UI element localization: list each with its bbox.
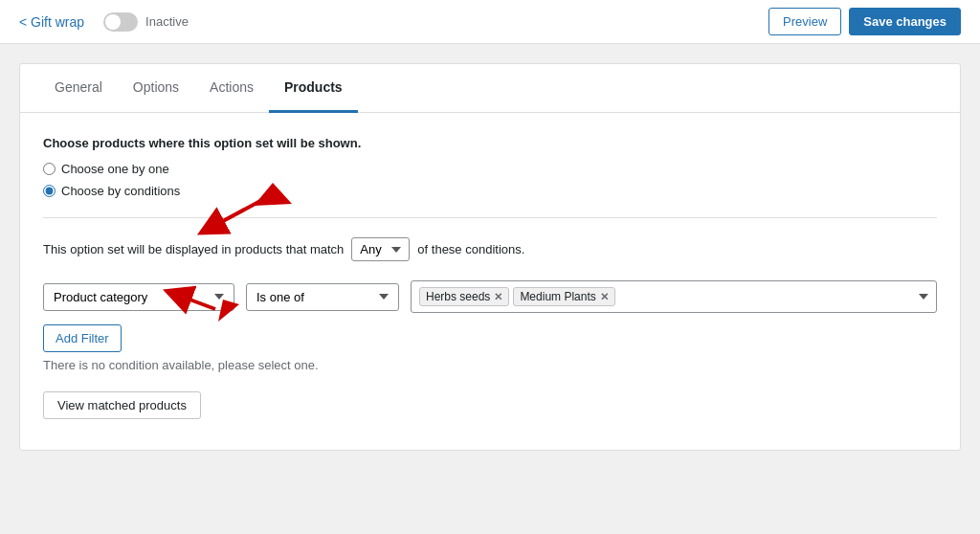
top-bar: < Gift wrap Inactive Preview Save change… [0,0,980,44]
section-title: Choose products where this option set wi… [43,136,937,150]
conditions-prefix: This option set will be displayed in pro… [43,242,344,256]
view-matched-products-button[interactable]: View matched products [43,391,201,419]
tag-close-medium[interactable]: ✕ [600,291,609,303]
main-content: General Options Actions Products Choose … [0,44,980,470]
radio-group-choice: Choose one by one Choose by conditions [43,162,937,198]
product-category-select[interactable]: Product category [43,283,234,311]
tag-label: Herbs seeds [426,290,490,303]
tag-medium-plants: Medium Plants ✕ [513,287,614,306]
tab-products[interactable]: Products [269,64,358,113]
conditions-suffix: of these conditions. [417,242,524,256]
tag-herbs-seeds: Herbs seeds ✕ [419,287,509,306]
tab-options[interactable]: Options [118,64,194,113]
status-toggle-wrap: Inactive [103,12,189,32]
save-changes-button[interactable]: Save changes [849,8,961,35]
tags-input[interactable]: Herbs seeds ✕ Medium Plants ✕ [411,280,937,313]
status-toggle[interactable] [103,12,138,32]
add-filter-button[interactable]: Add Filter [43,324,122,352]
tag-close-herbs[interactable]: ✕ [494,291,502,303]
preview-button[interactable]: Preview [768,8,841,35]
radio-by-conditions-label: Choose by conditions [61,184,180,198]
add-filter-area: Add Filter [43,324,937,352]
content-card: General Options Actions Products Choose … [19,63,961,451]
any-select[interactable]: Any [351,237,410,261]
tab-actions[interactable]: Actions [194,64,269,113]
top-bar-left: < Gift wrap Inactive [19,12,189,32]
no-condition-message: There is no condition available, please … [43,358,937,372]
radio-one-by-one[interactable] [43,163,56,175]
radio-by-conditions[interactable] [43,185,56,197]
filter-area: Product category Is one of Herbs seeds ✕… [43,280,937,313]
radio-one-by-one-label: Choose one by one [61,162,169,176]
conditions-sentence: This option set will be displayed in pro… [43,237,937,261]
operator-select[interactable]: Is one of [246,283,399,311]
tag-label: Medium Plants [520,290,595,303]
top-bar-right: Preview Save changes [768,8,961,35]
back-link[interactable]: < Gift wrap [19,14,84,30]
filter-row: Product category Is one of Herbs seeds ✕… [43,280,937,313]
divider [43,217,937,218]
radio-item-one-by-one[interactable]: Choose one by one [43,162,937,176]
tab-content-products: Choose products where this option set wi… [20,113,960,450]
radio-item-by-conditions[interactable]: Choose by conditions [43,184,937,198]
tabs-nav: General Options Actions Products [20,64,960,113]
tab-general[interactable]: General [39,64,118,113]
status-label: Inactive [145,14,189,29]
